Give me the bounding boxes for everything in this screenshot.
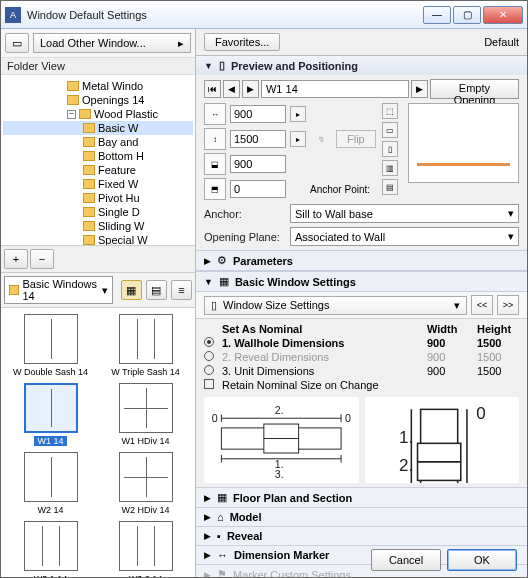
floor-plan-section[interactable]: ▶▦Floor Plan and Section <box>196 487 527 507</box>
thumb-item[interactable]: W Triple Sash 14 <box>102 314 189 377</box>
favorites-button[interactable]: Favorites... <box>204 33 280 51</box>
chevron-down-icon: ▾ <box>454 299 460 312</box>
tree-item[interactable]: Special W <box>3 233 193 245</box>
default-label: Default <box>484 36 519 48</box>
view-list[interactable]: ≡ <box>171 280 192 300</box>
height-input[interactable] <box>230 130 286 148</box>
window-size-settings-button[interactable]: ▯ Window Size Settings ▾ <box>204 296 467 315</box>
view-small-icons[interactable]: ▤ <box>146 280 167 300</box>
right-panel: Favorites... Default ▼ ▯ Preview and Pos… <box>196 29 527 577</box>
width-icon: ↔ <box>204 103 226 125</box>
thumb-item-selected[interactable]: W1 14 <box>7 383 94 446</box>
window-icon: ▯ <box>219 59 225 72</box>
view-side-icon[interactable]: ▤ <box>382 179 398 195</box>
thumb-folder-label: Basic Windows 14 <box>22 278 98 302</box>
set-as-nominal-label: Set As Nominal <box>222 323 419 335</box>
nav-last[interactable]: ▶ <box>411 80 428 98</box>
view-section-icon[interactable]: ▥ <box>382 160 398 176</box>
view-plan-icon[interactable]: ▭ <box>382 122 398 138</box>
tree-item[interactable]: −Wood Plastic <box>3 107 193 121</box>
parameters-label: Parameters <box>233 255 293 267</box>
tree-item-selected[interactable]: Basic W <box>3 121 193 135</box>
empty-opening-button[interactable]: Empty Opening <box>430 79 519 99</box>
height-header: Height <box>477 323 519 335</box>
basic-window-settings-header[interactable]: ▼ ▦ Basic Window Settings <box>196 271 527 292</box>
nominal-r3: 3. Unit Dimensions <box>222 365 419 377</box>
nav-first[interactable]: ⏮ <box>204 80 221 98</box>
thumb-item[interactable]: W1 HDiv 14 <box>102 383 189 446</box>
params-icon: ⚙ <box>217 254 227 267</box>
sill-input[interactable] <box>230 155 286 173</box>
svg-text:2.: 2. <box>398 456 412 475</box>
radio-reveal[interactable] <box>204 351 214 361</box>
library-tree[interactable]: Metal Windo Openings 14 −Wood Plastic Ba… <box>1 75 195 245</box>
preview-canvas <box>408 103 519 183</box>
settings-icon: ▦ <box>219 275 229 288</box>
ok-button[interactable]: OK <box>447 549 517 571</box>
next-page-button[interactable]: >> <box>497 295 519 315</box>
thumb-item[interactable]: W2 14 <box>7 452 94 515</box>
thumb-item[interactable]: W Double Sash 14 <box>7 314 94 377</box>
tree-item[interactable]: Feature <box>3 163 193 177</box>
cancel-button[interactable]: Cancel <box>371 549 441 571</box>
view-large-icons[interactable]: ▦ <box>121 280 142 300</box>
svg-text:3.: 3. <box>275 468 284 480</box>
view-3d-icon[interactable]: ⬚ <box>382 103 398 119</box>
load-other-window-button[interactable]: Load Other Window... ▸ <box>33 33 191 53</box>
maximize-button[interactable]: ▢ <box>453 6 481 24</box>
svg-text:0: 0 <box>345 412 351 424</box>
tree-tool-1[interactable]: + <box>4 249 28 269</box>
prev-page-button[interactable]: << <box>471 295 493 315</box>
window-title: Window Default Settings <box>27 9 423 21</box>
tree-item[interactable]: Fixed W <box>3 177 193 191</box>
chevron-right-icon: ▸ <box>178 37 184 50</box>
tree-item[interactable]: Openings 14 <box>3 93 193 107</box>
collapse-icon: ▼ <box>204 277 213 287</box>
height-icon: ↕ <box>204 128 226 150</box>
close-button[interactable]: ✕ <box>483 6 523 24</box>
chevron-down-icon: ▾ <box>508 230 514 243</box>
thumbnail-grid[interactable]: W Double Sash 14 W Triple Sash 14 W1 14 … <box>1 308 195 577</box>
wss-icon: ▯ <box>211 299 217 312</box>
wss-label: Window Size Settings <box>223 299 329 311</box>
radio-wallhole[interactable] <box>204 337 214 347</box>
width-input[interactable] <box>230 105 286 123</box>
link-width[interactable]: ▸ <box>290 106 306 122</box>
preview-section-header[interactable]: ▼ ▯ Preview and Positioning <box>196 56 527 75</box>
thumb-item[interactable]: W3 1 14 <box>7 521 94 577</box>
element-name-input[interactable] <box>261 80 409 98</box>
thumb-item[interactable]: W2 HDiv 14 <box>102 452 189 515</box>
radio-unit[interactable] <box>204 365 214 375</box>
thumb-folder-select[interactable]: Basic Windows 14 ▾ <box>4 276 113 304</box>
svg-text:0: 0 <box>476 404 485 423</box>
section-diagram: 00 1.2.3. <box>365 397 520 483</box>
tree-item[interactable]: Sliding W <box>3 219 193 233</box>
folder-view-label: Folder View <box>1 58 195 75</box>
load-other-label: Load Other Window... <box>40 37 146 49</box>
minimize-button[interactable]: — <box>423 6 451 24</box>
elev-input[interactable] <box>230 180 286 198</box>
tree-item[interactable]: Pivot Hu <box>3 191 193 205</box>
title-bar: A Window Default Settings — ▢ ✕ <box>1 1 527 29</box>
view-elev-icon[interactable]: ▯ <box>382 141 398 157</box>
plane-select[interactable]: Associated to Wall▾ <box>290 227 519 246</box>
thumb-item[interactable]: W3 2 14 <box>102 521 189 577</box>
retain-checkbox[interactable] <box>204 379 214 389</box>
link-height[interactable]: ▸ <box>290 131 306 147</box>
preview-header-label: Preview and Positioning <box>231 60 358 72</box>
tree-item[interactable]: Bottom H <box>3 149 193 163</box>
tree-item[interactable]: Metal Windo <box>3 79 193 93</box>
model-section[interactable]: ▶⌂Model <box>196 507 527 526</box>
library-view-icon[interactable]: ▭ <box>5 33 29 53</box>
left-panel: ▭ Load Other Window... ▸ Folder View Met… <box>1 29 196 577</box>
nav-prev[interactable]: ◀ <box>223 80 240 98</box>
anchor-select[interactable]: Sill to Wall base▾ <box>290 204 519 223</box>
tree-item[interactable]: Bay and <box>3 135 193 149</box>
parameters-header[interactable]: ▶ ⚙ Parameters <box>196 250 527 271</box>
marker-icon: ⚑ <box>217 568 227 578</box>
nav-next[interactable]: ▶ <box>242 80 259 98</box>
reveal-section[interactable]: ▶▪Reveal <box>196 526 527 545</box>
tree-item[interactable]: Single D <box>3 205 193 219</box>
tree-tool-2[interactable]: − <box>30 249 54 269</box>
flip-button[interactable]: Flip <box>336 130 376 148</box>
